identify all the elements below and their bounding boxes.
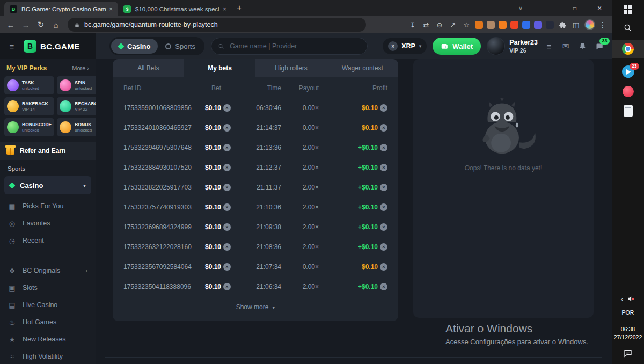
sidebar-item-bc-originals[interactable]: ❖ BC Originals › (0, 262, 96, 279)
back-icon[interactable]: ← (3, 17, 18, 32)
xrp-coin-icon: × (388, 41, 398, 51)
bets-tab-wager-contest[interactable]: Wager contest (327, 59, 398, 77)
side-panel-icon[interactable]: ◫ (571, 20, 581, 30)
ext-fox-icon[interactable] (499, 21, 507, 29)
red-app-icon[interactable] (623, 86, 634, 97)
sidebar-casino-dropdown[interactable]: Casino ▾ (4, 176, 91, 194)
refer-and-earn[interactable]: Refer and Earn (0, 142, 96, 160)
tab-close-icon[interactable]: × (223, 5, 226, 13)
bets-tab-high-rollers[interactable]: High rollers (255, 59, 327, 77)
send-to-device-icon[interactable]: ↧ (408, 20, 418, 30)
vip-perk-card[interactable]: RECHARGE VIP 22 (57, 97, 96, 115)
taskbar-search-icon[interactable] (624, 24, 632, 32)
browser-menu-icon[interactable]: ⋮ (599, 20, 606, 29)
windows-start-icon[interactable] (624, 5, 632, 14)
address-bar[interactable]: bc.game/game/quantum-roulette-by-playtec… (68, 18, 366, 32)
bets-tab-my-bets[interactable]: My bets (184, 59, 255, 77)
bcgame-favicon: B (10, 5, 17, 13)
new-releases-icon: ★ (8, 336, 16, 344)
maximize-button[interactable]: □ (562, 0, 587, 16)
bookmark-star-icon[interactable]: ☆ (462, 20, 471, 30)
show-more-button[interactable]: Show more ▾ (113, 296, 398, 318)
vip-more-link[interactable]: More › (72, 65, 89, 71)
casino-diamond-icon (118, 43, 125, 50)
ext-wallet-icon[interactable] (534, 21, 542, 29)
browser-toolbar: ← → ↻ ⌂ bc.game/game/quantum-roulette-by… (0, 16, 612, 33)
telegram-icon[interactable]: 23 (622, 65, 634, 78)
vip-perk-card[interactable]: TASK unlocked (4, 76, 54, 94)
mail-icon[interactable]: ✉ (560, 41, 571, 51)
table-header: Bet ID Bet Time Payout Profit (123, 78, 387, 98)
bet-time: 21:13:36 (231, 144, 281, 151)
forward-icon[interactable]: → (18, 17, 33, 32)
ext-metamask-icon[interactable] (475, 21, 483, 29)
language-indicator[interactable]: POR (622, 309, 634, 316)
action-center-icon[interactable] (624, 349, 632, 358)
notifications-bell-icon[interactable] (577, 42, 588, 50)
browser-tab-2[interactable]: $ $10,000 Christmas week special × (118, 2, 232, 16)
taskbar-chrome-active[interactable] (612, 40, 644, 58)
sidebar-item-new-releases[interactable]: ★ New Releases (0, 331, 96, 348)
chrome-icon (622, 43, 634, 55)
notes-app-icon[interactable] (624, 105, 633, 117)
translate-icon[interactable]: ⇄ (421, 20, 431, 30)
zoom-icon[interactable]: ⊖ (435, 20, 444, 30)
recent-icon: ◷ (8, 237, 16, 245)
browser-tab-1[interactable]: B BC.Game: Crypto Casino Games × (4, 2, 118, 16)
close-button[interactable]: × (587, 0, 612, 16)
volume-muted-icon[interactable] (627, 295, 635, 303)
bet-slip-icon[interactable]: ≡ (544, 42, 554, 51)
xrp-coin-icon: × (223, 203, 231, 211)
ext-dark-icon[interactable] (546, 21, 554, 29)
site-header: ≡ B BC.GAME Casino Sports (0, 33, 612, 59)
ext-monkey-icon[interactable] (487, 21, 495, 29)
bet-amount: $0.10 (205, 203, 221, 211)
bet-profit: +$0.10 (358, 223, 378, 231)
home-icon[interactable]: ⌂ (48, 17, 63, 32)
bets-tab-all-bets[interactable]: All Bets (113, 59, 184, 77)
xrp-coin-icon: × (223, 243, 231, 251)
new-tab-button[interactable]: + (232, 1, 247, 16)
hot-games-icon: ♨ (8, 318, 16, 326)
ext-flame-icon[interactable] (510, 21, 518, 29)
tab-search-icon[interactable]: ∨ (510, 0, 531, 16)
chat-icon[interactable]: 33 (594, 42, 604, 50)
perk-title: BONUS (75, 122, 92, 127)
sidebar-item-live-casino[interactable]: ▤ Live Casino (0, 296, 96, 314)
extensions-puzzle-icon[interactable] (558, 20, 567, 30)
sidebar-item-favorites[interactable]: ◎ Favorites (0, 215, 96, 232)
xrp-coin-icon: × (380, 164, 387, 171)
vip-perk-card[interactable]: RAKEBACK VIP 14 (4, 97, 54, 115)
refresh-icon[interactable]: ↻ (33, 17, 48, 32)
vip-perk-card[interactable]: BONUSCODE unlocked (4, 118, 54, 136)
search-input[interactable] (229, 42, 361, 50)
share-icon[interactable]: ↗ (448, 20, 458, 30)
bet-payout: 0.00× (281, 104, 319, 112)
sidebar-item-picks-for-you[interactable]: ▦ Picks For You (0, 198, 96, 215)
sidebar-item-high-volatility[interactable]: ≈ High Volatility (0, 348, 96, 364)
minimize-button[interactable]: – (538, 0, 562, 16)
vip-perk-card[interactable]: SPIN unlocked C (57, 76, 96, 94)
ext-shield-icon[interactable] (522, 21, 530, 29)
toolbar-icons: ↧⇄⊖↗☆ (408, 20, 554, 30)
site-logo[interactable]: B BC.GAME (24, 40, 80, 53)
sidebar-item-slots[interactable]: ▣ Slots (0, 279, 96, 296)
game-search[interactable] (211, 38, 368, 55)
taskbar-clock[interactable]: 06:38 27/12/2022 (614, 325, 642, 341)
browser-profile-avatar[interactable] (584, 19, 595, 30)
tab-close-icon[interactable]: × (109, 5, 113, 13)
bet-profit: $0.10 (362, 263, 378, 271)
sidebar-toggle-icon[interactable]: ≡ (0, 42, 24, 51)
sidebar-item-hot-games[interactable]: ♨ Hot Games (0, 314, 96, 331)
user-profile[interactable]: Parker23 VIP 26 (487, 37, 538, 55)
bet-amount: $0.10 (205, 144, 221, 151)
wallet-button[interactable]: Wallet (433, 38, 481, 55)
tab-casino[interactable]: Casino (111, 39, 158, 54)
vip-perk-card[interactable]: BONUS unlocked (57, 118, 96, 136)
bet-profit: +$0.10 (358, 144, 378, 151)
tab-sports[interactable]: Sports (158, 39, 203, 54)
sidebar-item-recent[interactable]: ◷ Recent (0, 232, 96, 249)
taskbar-overflow-chevron[interactable]: ‹ (621, 295, 623, 303)
sidebar-section-sports[interactable]: Sports (0, 160, 96, 174)
currency-selector[interactable]: × XRP ▾ (383, 38, 427, 54)
